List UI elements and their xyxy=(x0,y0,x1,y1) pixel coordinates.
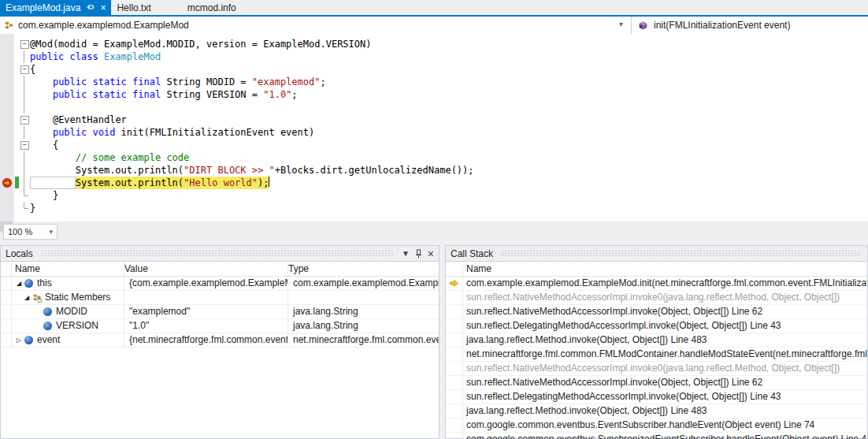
callstack-rows: com.example.examplemod.ExampleMod.init(n… xyxy=(446,277,867,439)
locals-rows: ◢this{com.example.examplemod.ExampleModc… xyxy=(1,277,439,348)
code-token: { xyxy=(53,139,58,151)
code-line[interactable]: } xyxy=(0,189,868,202)
frame-margin xyxy=(446,404,463,418)
locals-row-static-members[interactable]: ◢Static Members xyxy=(1,291,439,305)
fold-guide xyxy=(19,50,30,63)
column-header-name[interactable]: Name xyxy=(463,262,867,276)
close-icon[interactable]: × xyxy=(428,250,434,258)
fold-vline xyxy=(24,151,24,164)
code-line[interactable]: public static final String VERSION = "1.… xyxy=(0,88,868,101)
locals-row-modid[interactable]: MODID"examplemod"java.lang.String xyxy=(1,305,439,319)
code-line[interactable]: public class ExampleMod xyxy=(0,50,868,63)
stack-frame-row[interactable]: com.google.common.eventbus.EventSubscrib… xyxy=(446,419,867,433)
close-icon[interactable]: × xyxy=(100,3,106,13)
tab-label: ExampleMod.java xyxy=(6,2,80,13)
expander-open-icon[interactable]: ◢ xyxy=(13,277,24,290)
name-cell: ▷event xyxy=(12,333,124,347)
code-token: "1.0" xyxy=(263,88,291,101)
code-token: { xyxy=(30,63,35,76)
frame-text: sun.reflect.NativeMethodAccessorImpl.inv… xyxy=(463,305,867,318)
fold-collapse-icon[interactable]: − xyxy=(19,139,30,151)
pin-icon[interactable] xyxy=(414,249,423,259)
type-dropdown[interactable]: com.example.examplemod.ExampleMod ▾ xyxy=(0,17,631,34)
code-line[interactable]: − { xyxy=(0,139,868,151)
stack-frame-row[interactable]: com.google.common.eventbus.SynchronizedE… xyxy=(446,433,867,439)
locals-row-this[interactable]: ◢this{com.example.examplemod.ExampleModc… xyxy=(1,277,439,291)
code-line[interactable]: // some example code xyxy=(0,151,868,164)
code-line[interactable]: public void init(FMLInitializationEvent … xyxy=(0,126,868,139)
code-token: init(FMLInitializationEvent event) xyxy=(121,126,315,139)
callstack-column-headers[interactable]: Name xyxy=(446,262,867,277)
locals-title-bar[interactable]: Locals ▼ × xyxy=(1,246,439,262)
highlight-indent xyxy=(30,177,76,189)
stack-frame-row[interactable]: sun.reflect.DelegatingMethodAccessorImpl… xyxy=(446,319,867,333)
editor-zoom-value: 100 % xyxy=(8,227,32,236)
chevron-down-icon[interactable]: ▾ xyxy=(619,20,623,28)
tab-label: Hello.txt xyxy=(117,2,150,13)
locals-row-event[interactable]: ▷event{net.minecraftforge.fml.common.eve… xyxy=(1,333,439,348)
fold-minus-box[interactable]: − xyxy=(20,65,29,74)
fold-guide xyxy=(19,76,30,88)
stack-frame-row[interactable]: sun.reflect.NativeMethodAccessorImpl.inv… xyxy=(446,362,867,376)
fold-guide xyxy=(19,101,30,113)
column-header-name[interactable]: Name xyxy=(12,262,124,276)
locals-column-headers[interactable]: Name Value Type xyxy=(1,262,439,277)
fold-minus-box[interactable]: − xyxy=(20,141,29,150)
fold-minus-box[interactable]: − xyxy=(20,116,29,125)
code-line[interactable] xyxy=(0,101,868,113)
code-token: "Hello world" xyxy=(184,177,258,188)
fold-collapse-icon[interactable]: − xyxy=(19,38,30,50)
editor-zoom-combo[interactable]: 100 % ▾ xyxy=(3,224,57,240)
field-icon xyxy=(24,336,33,344)
window-position-icon[interactable]: ▼ xyxy=(402,250,410,258)
tab-mcmod-info[interactable]: mcmod.info xyxy=(182,0,242,15)
code-line[interactable]: −@Mod(modid = ExampleMod.MODID, version … xyxy=(0,38,868,50)
code-token: public class xyxy=(30,50,104,63)
member-dropdown[interactable]: init(FMLInitializationEvent event) xyxy=(631,17,868,34)
stack-frame-row[interactable]: sun.reflect.DelegatingMethodAccessorImpl… xyxy=(446,390,867,404)
code-line[interactable]: System.out.println("DIRT BLOCK >> "+Bloc… xyxy=(0,164,868,177)
code-line[interactable]: System.out.println("Hello world"); xyxy=(0,177,868,189)
code-token: String VERSION = xyxy=(166,88,263,101)
stack-frame-row[interactable]: java.lang.reflect.Method.invoke(Object, … xyxy=(446,404,867,419)
tab-hello-txt[interactable]: Hello.txt xyxy=(111,0,156,15)
stack-frame-row[interactable]: net.minecraftforge.fml.common.FMLModCont… xyxy=(446,348,867,362)
code-line[interactable]: − @EventHandler xyxy=(0,113,868,126)
fold-collapse-icon[interactable]: − xyxy=(19,113,30,126)
code-editor[interactable]: −@Mod(modid = ExampleMod.MODID, version … xyxy=(0,34,868,221)
navigation-bar: com.example.examplemod.ExampleMod ▾ init… xyxy=(0,17,868,34)
variable-value: {com.example.examplemod.ExampleMod xyxy=(129,277,288,290)
stack-frame-row[interactable]: sun.reflect.NativeMethodAccessorImpl.inv… xyxy=(446,376,867,390)
fold-collapse-icon[interactable]: − xyxy=(19,63,30,76)
frame-text: net.minecraftforge.fml.common.FMLModCont… xyxy=(463,348,867,361)
variable-name: event xyxy=(37,333,60,347)
stack-frame-row[interactable]: java.lang.reflect.Method.invoke(Object, … xyxy=(446,333,867,348)
value-cell: "1.0" xyxy=(124,319,288,333)
stack-frame-row[interactable]: com.example.examplemod.ExampleMod.init(n… xyxy=(446,277,867,291)
stack-frame-row[interactable]: sun.reflect.NativeMethodAccessorImpl.inv… xyxy=(446,291,867,305)
code-line[interactable]: public static final String MODID = "exam… xyxy=(0,76,868,88)
column-header-type[interactable]: Type xyxy=(288,262,439,276)
pin-icon[interactable] xyxy=(86,4,95,12)
callstack-title-bar[interactable]: Call Stack xyxy=(446,246,867,262)
ide-window: ExampleMod.java×Hello.txtmcmod.info com.… xyxy=(0,0,868,439)
breakpoint-current-statement-icon[interactable] xyxy=(2,177,13,188)
locals-row-version[interactable]: VERSION"1.0"java.lang.String xyxy=(1,319,439,333)
fold-vline xyxy=(24,88,24,101)
fold-minus-box[interactable]: − xyxy=(20,40,29,49)
fold-vline xyxy=(24,101,24,113)
current-statement-highlight: System.out.println("Hello world"); xyxy=(76,177,269,189)
frame-margin xyxy=(446,319,463,333)
tab-examplemod-java[interactable]: ExampleMod.java× xyxy=(0,0,111,15)
code-token: } xyxy=(30,202,35,214)
frame-text: sun.reflect.DelegatingMethodAccessorImpl… xyxy=(463,319,867,333)
title-grip-texture xyxy=(41,250,394,257)
code-line[interactable]: } xyxy=(0,202,868,214)
column-header-value[interactable]: Value xyxy=(124,262,288,276)
stack-frame-row[interactable]: sun.reflect.NativeMethodAccessorImpl.inv… xyxy=(446,305,867,319)
code-line[interactable]: −{ xyxy=(0,63,868,76)
expander-open-icon[interactable]: ◢ xyxy=(21,291,32,304)
fold-guide xyxy=(19,189,30,202)
expander-collapsed-icon[interactable]: ▷ xyxy=(13,333,24,347)
code-token: // some example code xyxy=(76,151,190,164)
